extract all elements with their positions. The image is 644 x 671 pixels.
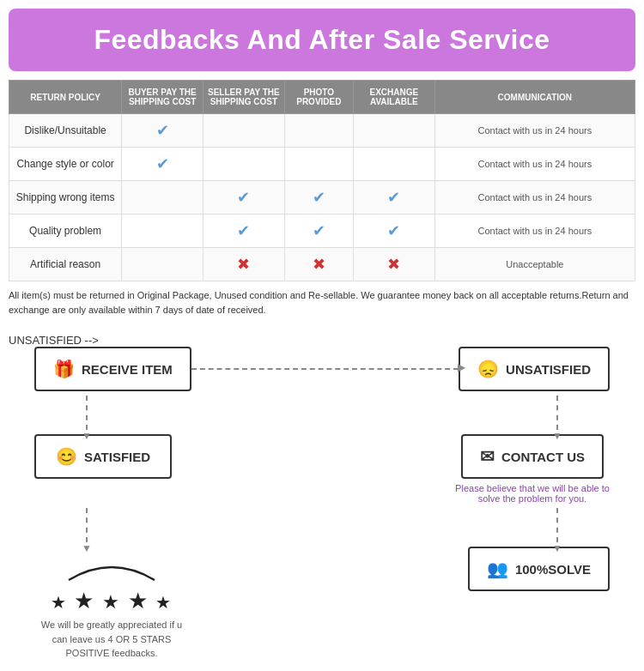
seller-pay-cell: ✖ <box>203 248 284 281</box>
col-photo: PHOTO PROVIDED <box>284 81 353 114</box>
check-icon: ✔ <box>313 189 325 206</box>
vert-arrow-right <box>556 391 558 434</box>
exchange-cell: ✔ <box>353 181 434 215</box>
check-icon: ✔ <box>156 122 169 139</box>
vert-dashed-left-2 <box>86 508 88 542</box>
top-row: 🎁 RECEIVE ITEM 😞 UNSATISFIED <box>34 347 610 391</box>
table-section: RETURN POLICY BUYER PAY THE SHIPPING COS… <box>9 80 635 281</box>
comm-cell: Unacceptable <box>434 248 635 281</box>
star-5: ★ <box>155 593 173 612</box>
seller-pay-cell <box>203 148 284 181</box>
receive-item-box: 🎁 RECEIVE ITEM <box>34 347 191 391</box>
stars-section: ★ ★ ★ ★ ★ We will be greatly appreciated… <box>34 547 189 661</box>
gift-icon: 🎁 <box>53 359 75 379</box>
buyer-pay-cell: ✔ <box>122 114 204 148</box>
stars-display: ★ ★ ★ ★ ★ <box>51 588 173 614</box>
check-icon: ✔ <box>237 222 250 239</box>
contact-section: ✉ CONTACT US Please believe that we will… <box>455 434 610 504</box>
cross-icon: ✖ <box>237 256 250 273</box>
buyer-pay-cell: ✔ <box>122 148 204 181</box>
seller-pay-cell <box>203 114 284 148</box>
comm-cell: Contact with us in 24 hours <box>434 181 635 215</box>
dashed-arrow-line <box>191 368 459 370</box>
row-label: Shipping wrong items <box>9 181 122 215</box>
col-buyer-pay: BUYER PAY THE SHIPPING COST <box>122 81 204 114</box>
vert-dashed-left <box>86 396 88 430</box>
row-label: Artificial reason <box>9 248 122 281</box>
row-label: Change style or color <box>9 148 122 181</box>
photo-cell: ✔ <box>284 215 353 248</box>
table-row: Artificial reason ✖ ✖ ✖ Unacceptable <box>9 248 635 281</box>
buyer-pay-cell <box>122 215 204 248</box>
photo-cell <box>284 148 353 181</box>
star-2: ★ <box>74 588 95 614</box>
col-return-policy: RETURN POLICY <box>9 81 122 114</box>
vert-dashed-right-2 <box>556 508 558 542</box>
contact-us-box: ✉ CONTACT US <box>461 434 604 479</box>
header-banner: Feedbacks And After Sale Service <box>9 9 635 71</box>
vert-arrow-right-2 <box>556 504 558 547</box>
check-icon: ✔ <box>237 189 250 206</box>
exchange-cell <box>353 114 434 148</box>
people-icon: 👥 <box>487 559 508 579</box>
contact-sub-text: Please believe that we will be able to s… <box>455 483 610 504</box>
receive-item-label: RECEIVE ITEM <box>82 362 173 377</box>
row-label: Dislike/Unsuitable <box>9 114 122 148</box>
vert-arrow-left <box>86 391 88 434</box>
buyer-pay-cell <box>122 181 204 215</box>
comm-cell: Contact with us in 24 hours <box>434 114 635 148</box>
cross-icon: ✖ <box>313 256 325 273</box>
exchange-cell: ✔ <box>353 215 434 248</box>
check-icon: ✔ <box>387 222 400 239</box>
exchange-cell: ✖ <box>353 248 434 281</box>
satisfied-label: SATISFIED <box>84 450 150 464</box>
col-comm: COMMUNICATION <box>434 81 635 114</box>
table-row: Dislike/Unsuitable ✔ Contact with us in … <box>9 114 635 148</box>
solve-label: 100%SOLVE <box>515 562 591 577</box>
vert-arrows-row <box>34 391 610 434</box>
mail-icon: ✉ <box>480 446 495 467</box>
comm-cell: Contact with us in 24 hours <box>434 215 635 248</box>
seller-pay-cell: ✔ <box>203 215 284 248</box>
bottom-vert-arrows <box>34 504 610 547</box>
solve-box: 👥 100%SOLVE <box>468 547 610 591</box>
note-text: All item(s) must be returned in Original… <box>9 288 635 317</box>
star-4: ★ <box>128 588 149 614</box>
row-label: Quality problem <box>9 215 122 248</box>
check-icon: ✔ <box>387 189 400 206</box>
mid-row: 😊 SATISFIED ✉ CONTACT US Please believe … <box>34 434 610 504</box>
bottom-row: ★ ★ ★ ★ ★ We will be greatly appreciated… <box>34 547 610 661</box>
seller-pay-cell: ✔ <box>203 181 284 215</box>
table-row: Shipping wrong items ✔ ✔ ✔ Contact with … <box>9 181 635 215</box>
satisfied-box: 😊 SATISFIED <box>34 434 172 479</box>
unsatisfied-box: 😞 UNSATISFIED <box>459 347 610 391</box>
flow-diagram: UNSATISFIED --> 🎁 RECEIVE ITEM 😞 UNSATIS… <box>9 334 635 661</box>
buyer-pay-cell <box>122 248 204 281</box>
check-icon: ✔ <box>313 222 325 239</box>
table-row: Quality problem ✔ ✔ ✔ Contact with us in… <box>9 215 635 248</box>
solve-section: 👥 100%SOLVE <box>468 547 610 591</box>
photo-cell <box>284 114 353 148</box>
cross-icon: ✖ <box>387 256 400 273</box>
satisfied-section: 😊 SATISFIED <box>34 434 172 479</box>
arc-svg <box>60 550 163 584</box>
comm-cell: Contact with us in 24 hours <box>434 148 635 181</box>
contact-us-label: CONTACT US <box>501 450 585 464</box>
vert-arrow-left-2 <box>86 504 88 547</box>
photo-cell: ✔ <box>284 181 353 215</box>
col-seller-pay: SELLER PAY THE SHIPPING COST <box>203 81 284 114</box>
vert-dashed-right <box>556 396 558 430</box>
exchange-cell <box>353 148 434 181</box>
page-title: Feedbacks And After Sale Service <box>26 24 618 56</box>
photo-cell: ✖ <box>284 248 353 281</box>
stars-text: We will be greatly appreciated if u can … <box>34 618 189 661</box>
sad-icon: 😞 <box>477 359 499 379</box>
smile-icon: 😊 <box>56 446 77 467</box>
col-exchange: EXCHANGE AVAILABLE <box>353 81 434 114</box>
star-1: ★ <box>51 593 68 612</box>
unsatisfied-label: UNSATISFIED <box>506 362 591 377</box>
table-row: Change style or color ✔ Contact with us … <box>9 148 635 181</box>
policy-table: RETURN POLICY BUYER PAY THE SHIPPING COS… <box>9 80 635 281</box>
check-icon: ✔ <box>156 155 169 172</box>
star-3: ★ <box>102 591 121 613</box>
